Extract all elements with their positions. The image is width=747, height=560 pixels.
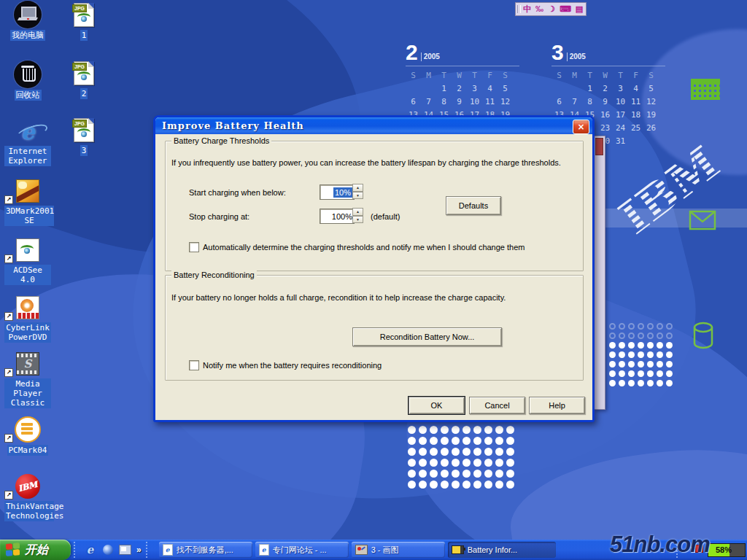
wallpaper-dot — [666, 380, 673, 386]
wallpaper-dot — [452, 470, 460, 478]
ime-grip[interactable] — [517, 5, 521, 13]
desktop-icon-recycle-bin[interactable]: 回收站 — [4, 61, 51, 101]
wallpaper-dot — [495, 448, 503, 456]
stop-threshold-spinbox[interactable]: 100% — [320, 209, 355, 224]
help-button[interactable]: Help — [529, 397, 585, 414]
spin-up-icon[interactable]: ▲ — [352, 184, 363, 192]
wallpaper-dot — [462, 426, 471, 434]
wallpaper-dot — [657, 361, 663, 368]
desktop-icon-media-player-classic[interactable]: S ↗ Media Player Classic — [4, 351, 51, 408]
start-button-label: 开始 — [25, 542, 55, 558]
battery-gauge[interactable]: 58% — [708, 543, 746, 557]
recondition-battery-button[interactable]: Recondition Battery Now... — [352, 327, 502, 346]
wallpaper-dot — [619, 361, 625, 368]
start-threshold-spinner: ▲ ▼ — [352, 184, 363, 199]
ok-button[interactable]: OK — [409, 397, 465, 414]
start-threshold-value: 10% — [333, 187, 352, 198]
calendar-weekday: F — [628, 71, 643, 81]
calendar-day: 19 — [643, 110, 659, 120]
desktop-icon-jpg-1[interactable]: JPG 1 — [63, 1, 105, 41]
internet-explorer-icon: e — [20, 119, 34, 144]
start-button[interactable]: 开始 — [0, 540, 71, 560]
calendar-day: 3 — [467, 84, 482, 94]
close-icon[interactable]: × — [573, 120, 589, 134]
taskbar-task-button[interactable]: 3 - 画图 — [352, 542, 445, 558]
desktop-icon-acdsee[interactable]: ↗ ACDSee 4.0 — [4, 237, 51, 285]
wallpaper-dot — [609, 332, 616, 339]
wallpaper-dot — [619, 370, 625, 377]
wallpaper-dot — [441, 448, 449, 456]
wallpaper-dot — [506, 426, 514, 434]
taskbar-task-button[interactable]: e找不到服务器,... — [159, 542, 252, 558]
notify-reconditioning-label: Notify me when the battery requires reco… — [203, 361, 382, 370]
taskbar-task-button[interactable]: e专门网论坛 - ... — [255, 542, 349, 558]
calendar-weekday: W — [452, 71, 467, 81]
desktop-icon-3dmark2001[interactable]: ↗ 3DMark2001 SE — [4, 178, 51, 226]
ime-icon[interactable]: ☽ — [548, 5, 555, 13]
spin-down-icon[interactable]: ▼ — [352, 192, 363, 200]
desktop-icon-jpg-3[interactable]: JPG 3 — [63, 117, 105, 156]
wallpaper-dot — [666, 342, 673, 349]
wallpaper-dot — [506, 448, 514, 456]
wallpaper-dot — [441, 459, 449, 467]
dialog-titlebar[interactable]: Improve Battery Health × — [155, 117, 592, 134]
calendar-day: 7 — [421, 97, 436, 107]
cancel-button[interactable]: Cancel — [469, 397, 525, 414]
wallpaper-dot — [647, 332, 654, 339]
notify-reconditioning-checkbox[interactable] — [189, 360, 199, 370]
calendar-day: 25 — [628, 123, 643, 133]
desktop-icon-jpg-2[interactable]: JPG 2 — [63, 60, 105, 99]
envelope-icon — [689, 210, 716, 233]
calendar-day: 9 — [597, 97, 613, 107]
battery-icon — [452, 545, 464, 554]
calendar-day: 7 — [567, 97, 582, 107]
desktop: 中‰☽⌨▤ 2 2005 SMTWTFS 1234567891011121314… — [0, 0, 747, 560]
windows-flag-icon — [6, 542, 20, 557]
wallpaper-band — [604, 209, 747, 228]
jpg-file-icon: JPG — [74, 118, 94, 142]
show-desktop-icon[interactable] — [119, 544, 131, 556]
wallpaper-dot — [430, 437, 438, 445]
auto-determine-checkbox[interactable] — [189, 242, 199, 252]
desktop-icon-powerdvd[interactable]: ↗ CyberLink PowerDVD — [4, 295, 51, 343]
icon-label: Media Player Classic — [4, 378, 51, 408]
ime-language-bar[interactable]: 中‰☽⌨▤ — [515, 2, 587, 16]
start-threshold-spinbox[interactable]: 10% — [320, 184, 355, 200]
wallpaper-dot — [609, 342, 616, 349]
desktop-icon-thinkvantage[interactable]: IBM ↗ ThinkVantage Technologies — [4, 473, 51, 521]
internet-explorer-quicklaunch-icon[interactable]: e — [84, 544, 96, 556]
wallpaper-dot — [419, 481, 427, 489]
ime-icon[interactable]: ⌨ — [560, 5, 571, 13]
wallpaper-dot — [647, 342, 654, 349]
quick-launch-overflow-chevron[interactable]: » — [136, 545, 142, 555]
spin-up-icon[interactable]: ▲ — [352, 208, 363, 216]
ie-page-icon: e — [259, 544, 269, 556]
calendar-weekday-row: SMTWTFS — [551, 66, 665, 81]
quick-launch-app-icon[interactable] — [101, 544, 114, 556]
spin-down-icon[interactable]: ▼ — [352, 216, 363, 224]
ime-icon[interactable]: ‰ — [535, 5, 543, 13]
defaults-button[interactable]: Defaults — [446, 196, 501, 215]
wallpaper-dot — [408, 481, 416, 489]
wallpaper-dot — [628, 361, 635, 368]
wallpaper-dot — [408, 426, 416, 434]
taskbar-task-button[interactable]: Battery Infor... — [448, 542, 556, 558]
battery-information-window-edge[interactable] — [594, 136, 605, 410]
calendar-day: 4 — [628, 84, 643, 94]
desktop-icon-pcmark04[interactable]: ↗ PCMark04 — [4, 416, 51, 456]
wallpaper-dot — [484, 448, 492, 456]
desktop-icon-my-computer[interactable]: 我的电脑 — [4, 1, 51, 41]
desktop-icon-internet-explorer[interactable]: e Internet Explorer — [4, 118, 51, 166]
calendar-day: 11 — [628, 97, 643, 107]
tray-notification-icon[interactable] — [695, 545, 703, 553]
wallpaper-dot — [484, 426, 492, 434]
ime-bar-icons: 中‰☽⌨▤ — [523, 5, 583, 13]
stop-charging-label: Stop charging at: — [189, 212, 249, 221]
ime-icon[interactable]: 中 — [523, 5, 531, 13]
wallpaper-dot — [609, 323, 616, 330]
wallpaper-dot — [408, 448, 416, 456]
calendar-day: 10 — [467, 97, 482, 107]
ime-icon[interactable]: ▤ — [576, 5, 583, 13]
wallpaper-dot — [506, 470, 514, 478]
wallpaper-dot — [619, 351, 625, 358]
